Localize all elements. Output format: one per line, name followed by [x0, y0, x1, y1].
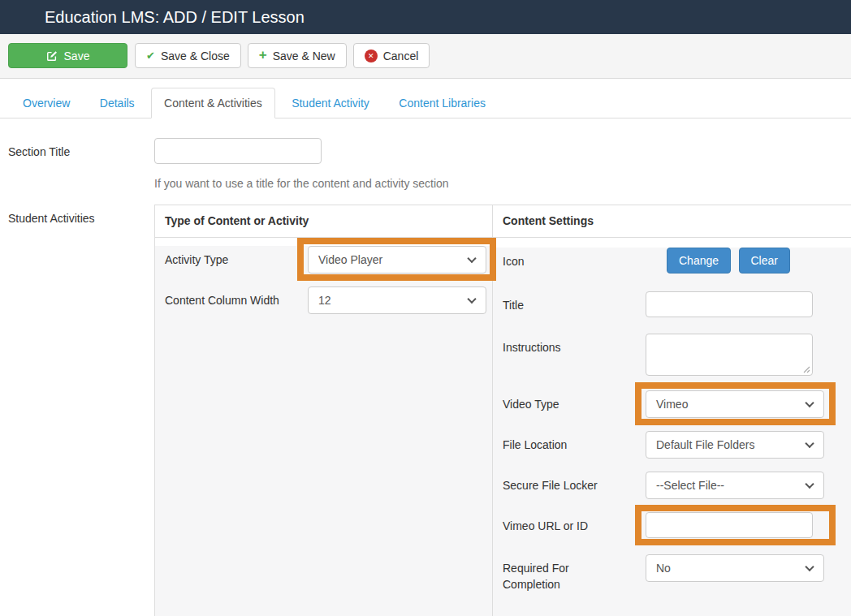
save-button[interactable]: Save	[8, 43, 127, 68]
activity-type-label: Activity Type	[165, 246, 308, 274]
secure-file-locker-label: Secure File Locker	[503, 472, 646, 499]
titlebar: Education LMS: ADD / EDIT Lesson	[0, 0, 851, 34]
required-for-completion-row: Required For Completion No	[493, 554, 851, 592]
student-activities-label: Student Activities	[0, 205, 154, 616]
vimeo-url-input[interactable]	[646, 512, 813, 538]
title-row: Title	[493, 291, 851, 317]
check-icon: ✔	[146, 50, 155, 62]
icon-row: Icon Change Clear	[493, 248, 851, 274]
edit-icon	[46, 50, 58, 62]
tab-details[interactable]: Details	[87, 88, 148, 118]
tab-bar: Overview Details Content & Activities St…	[0, 88, 851, 118]
content-column-width-row: Content Column Width 12	[155, 286, 492, 314]
icon-label: Icon	[503, 248, 646, 274]
chevron-down-icon	[805, 480, 814, 489]
content-column-width-select[interactable]: 12	[308, 286, 486, 314]
resize-handle-icon[interactable]	[803, 366, 810, 373]
activity-type-select[interactable]: Video Player	[308, 246, 486, 274]
title-input[interactable]	[646, 291, 813, 317]
video-type-value: Vimeo	[656, 398, 688, 411]
type-of-content-panel-body: Activity Type Video Player Content Colum…	[155, 246, 492, 616]
save-and-new-button[interactable]: + Save & New	[248, 43, 347, 68]
file-location-label: File Location	[503, 431, 646, 459]
chevron-down-icon	[467, 295, 476, 304]
save-and-close-button[interactable]: ✔ Save & Close	[135, 43, 241, 68]
video-type-row: Video Type Vimeo	[493, 390, 851, 418]
plus-icon: +	[259, 48, 267, 62]
page: Education LMS: ADD / EDIT Lesson Save ✔ …	[0, 0, 851, 616]
secure-file-locker-value: --Select File--	[656, 479, 724, 492]
content-settings-panel-title: Content Settings	[493, 205, 851, 238]
save-and-new-label: Save & New	[273, 50, 335, 62]
content-column-width-label: Content Column Width	[165, 286, 308, 314]
student-activities-row: Student Activities Type of Content or Ac…	[0, 205, 851, 616]
chevron-down-icon	[805, 562, 814, 571]
secure-file-locker-row: Secure File Locker --Select File--	[493, 472, 851, 499]
save-button-label: Save	[64, 50, 90, 62]
file-location-select[interactable]: Default File Folders	[646, 431, 824, 459]
instructions-row: Instructions	[493, 334, 851, 376]
activity-type-row: Activity Type Video Player	[155, 246, 492, 274]
tab-student-activity[interactable]: Student Activity	[279, 88, 382, 118]
save-and-close-label: Save & Close	[161, 50, 230, 62]
cancel-icon: ✕	[365, 50, 378, 62]
file-location-row: File Location Default File Folders	[493, 431, 851, 459]
toolbar: Save ✔ Save & Close + Save & New ✕ Cance…	[0, 34, 851, 79]
section-title-help: If you want to use a title for the conte…	[154, 175, 449, 192]
tab-content-and-activities[interactable]: Content & Activities	[151, 88, 275, 118]
cancel-label: Cancel	[383, 50, 419, 62]
instructions-label: Instructions	[503, 334, 646, 376]
type-of-content-panel-title: Type of Content or Activity	[155, 205, 492, 238]
content-column-width-value: 12	[318, 294, 331, 307]
section-title-label: Section Title	[0, 138, 154, 192]
chevron-down-icon	[467, 254, 476, 263]
title-label: Title	[503, 291, 646, 317]
chevron-down-icon	[805, 398, 814, 407]
vimeo-url-label: Vimeo URL or ID	[503, 512, 646, 538]
type-of-content-panel: Type of Content or Activity Activity Typ…	[155, 205, 493, 616]
secure-file-locker-select[interactable]: --Select File--	[646, 472, 824, 499]
video-type-select[interactable]: Vimeo	[646, 390, 824, 418]
required-for-completion-value: No	[656, 562, 671, 575]
vimeo-url-row: Vimeo URL or ID	[493, 512, 851, 538]
activity-panels: Type of Content or Activity Activity Typ…	[154, 205, 851, 616]
content-settings-panel: Content Settings Icon Change Clear Title	[493, 205, 851, 616]
required-for-completion-label: Required For Completion	[503, 554, 608, 592]
tab-overview[interactable]: Overview	[10, 88, 83, 118]
file-location-value: Default File Folders	[656, 438, 754, 451]
required-for-completion-select[interactable]: No	[646, 554, 824, 582]
tab-content-libraries[interactable]: Content Libraries	[386, 88, 499, 118]
instructions-textarea[interactable]	[646, 334, 813, 376]
page-title: Education LMS: ADD / EDIT Lesson	[45, 8, 305, 27]
icon-clear-button[interactable]: Clear	[739, 248, 790, 274]
cancel-button[interactable]: ✕ Cancel	[353, 43, 430, 68]
icon-change-button[interactable]: Change	[667, 248, 731, 274]
content-settings-panel-body: Icon Change Clear Title Instructions	[493, 248, 851, 616]
section-title-input[interactable]	[154, 138, 322, 164]
video-type-label: Video Type	[503, 390, 646, 418]
section-title-row: Section Title If you want to use a title…	[0, 138, 851, 192]
chevron-down-icon	[805, 439, 814, 448]
activity-type-value: Video Player	[318, 253, 382, 266]
